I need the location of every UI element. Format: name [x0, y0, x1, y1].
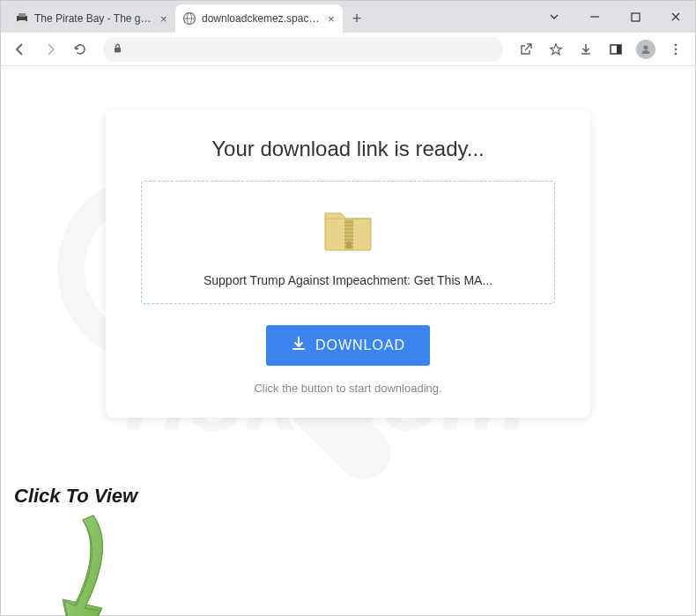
- browser-window: The Pirate Bay - The galaxy's mo… × down…: [0, 0, 696, 616]
- tab-title: downloadckemez.space/9/?7fk8…: [202, 12, 322, 25]
- download-card: Your download link is ready...: [106, 110, 590, 418]
- avatar: [636, 40, 655, 59]
- browser-toolbar: [1, 33, 695, 66]
- tab-download-page[interactable]: downloadckemez.space/9/?7fk8… ×: [175, 4, 343, 33]
- download-button-label: DOWNLOAD: [315, 338, 405, 353]
- click-to-view-overlay: Click To View: [14, 485, 137, 508]
- lock-icon: [112, 41, 123, 57]
- svg-point-13: [675, 48, 677, 50]
- chevron-down-icon[interactable]: [538, 4, 570, 30]
- profile-avatar[interactable]: [633, 37, 658, 62]
- svg-point-12: [675, 43, 677, 46]
- share-icon[interactable]: [514, 37, 538, 62]
- svg-rect-1: [19, 13, 26, 17]
- maximize-button[interactable]: [619, 4, 651, 30]
- click-to-view-text: Click To View: [14, 485, 137, 508]
- window-controls: [538, 1, 692, 33]
- svg-point-14: [675, 52, 677, 55]
- svg-rect-7: [632, 13, 640, 21]
- page-content: risk.com Your download link is ready...: [1, 66, 695, 615]
- forward-button[interactable]: [38, 37, 63, 62]
- menu-kebab-icon[interactable]: [663, 37, 688, 62]
- zip-folder-icon: [320, 201, 376, 257]
- side-panel-icon[interactable]: [603, 37, 628, 62]
- card-title: Your download link is ready...: [141, 137, 555, 161]
- svg-rect-10: [617, 45, 621, 54]
- arrow-down-icon: [32, 511, 120, 616]
- svg-point-11: [644, 45, 648, 49]
- download-hint: Click the button to start downloading.: [141, 382, 555, 395]
- address-bar[interactable]: [103, 37, 503, 62]
- tab-close-button[interactable]: ×: [159, 12, 168, 25]
- close-button[interactable]: [660, 4, 692, 30]
- bookmark-star-icon[interactable]: [544, 37, 568, 62]
- download-arrow-icon: [291, 336, 307, 355]
- tab-title: The Pirate Bay - The galaxy's mo…: [34, 12, 156, 25]
- toolbar-right-group: [514, 37, 688, 62]
- svg-rect-8: [115, 48, 121, 53]
- back-button[interactable]: [8, 37, 33, 62]
- file-name-label: Support Trump Against Impeachment: Get T…: [151, 273, 545, 287]
- reload-button[interactable]: [68, 37, 93, 62]
- minimize-button[interactable]: [579, 4, 611, 30]
- tab-strip: The Pirate Bay - The galaxy's mo… × down…: [1, 1, 695, 33]
- download-button[interactable]: DOWNLOAD: [266, 325, 430, 366]
- new-tab-button[interactable]: +: [344, 6, 369, 31]
- tab-close-button[interactable]: ×: [326, 12, 336, 25]
- globe-icon: [182, 11, 196, 26]
- svg-rect-27: [346, 241, 352, 249]
- printer-icon: [15, 11, 29, 26]
- svg-rect-2: [19, 20, 26, 24]
- file-preview-box: Support Trump Against Impeachment: Get T…: [141, 181, 555, 304]
- downloads-icon[interactable]: [574, 37, 598, 62]
- tab-pirate-bay[interactable]: The Pirate Bay - The galaxy's mo… ×: [8, 4, 175, 33]
